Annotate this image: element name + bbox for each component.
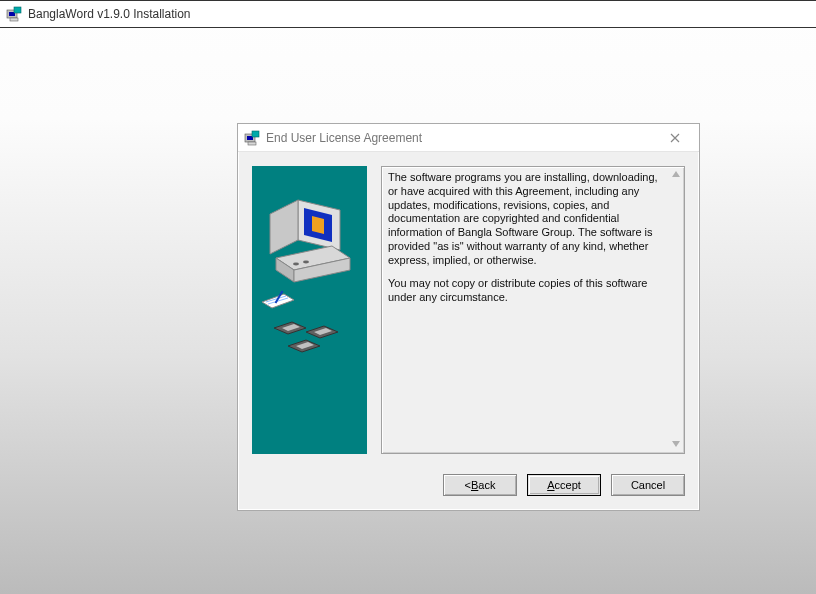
cancel-button-label: Cancel (631, 479, 665, 491)
back-button-rest: ack (478, 479, 495, 491)
back-button[interactable]: < Back (443, 474, 517, 496)
eula-paragraph-1: The software programs you are installing… (388, 171, 668, 267)
accept-button-rest: ccept (555, 479, 581, 491)
app-titlebar: BanglaWord v1.9.0 Installation (0, 0, 816, 28)
svg-rect-2 (14, 7, 21, 13)
dialog-button-row: < Back Accept Cancel (443, 474, 685, 496)
app-title: BanglaWord v1.9.0 Installation (28, 7, 191, 21)
svg-rect-7 (248, 142, 256, 145)
eula-dialog: End User License Agreement (237, 123, 700, 511)
svg-marker-28 (672, 441, 680, 447)
svg-point-16 (303, 261, 309, 264)
dialog-titlebar: End User License Agreement (238, 124, 699, 152)
svg-point-15 (293, 263, 299, 266)
svg-marker-27 (672, 171, 680, 177)
close-button[interactable] (657, 127, 693, 149)
installer-icon (244, 130, 260, 146)
scroll-down-arrow[interactable] (670, 439, 682, 451)
eula-text-box: The software programs you are installing… (381, 166, 685, 454)
accept-button[interactable]: Accept (527, 474, 601, 496)
back-button-mnemonic: B (471, 479, 478, 491)
installer-icon (6, 6, 22, 22)
wizard-side-graphic (252, 166, 367, 454)
svg-rect-6 (252, 131, 259, 137)
dialog-title: End User License Agreement (266, 131, 657, 145)
accept-button-mnemonic: A (547, 479, 554, 491)
scroll-up-arrow[interactable] (670, 169, 682, 181)
svg-marker-11 (312, 216, 324, 234)
cancel-button[interactable]: Cancel (611, 474, 685, 496)
eula-paragraph-2: You may not copy or distribute copies of… (388, 277, 668, 305)
svg-rect-3 (10, 18, 18, 21)
svg-marker-9 (270, 200, 298, 254)
dialog-client: The software programs you are installing… (238, 152, 699, 468)
